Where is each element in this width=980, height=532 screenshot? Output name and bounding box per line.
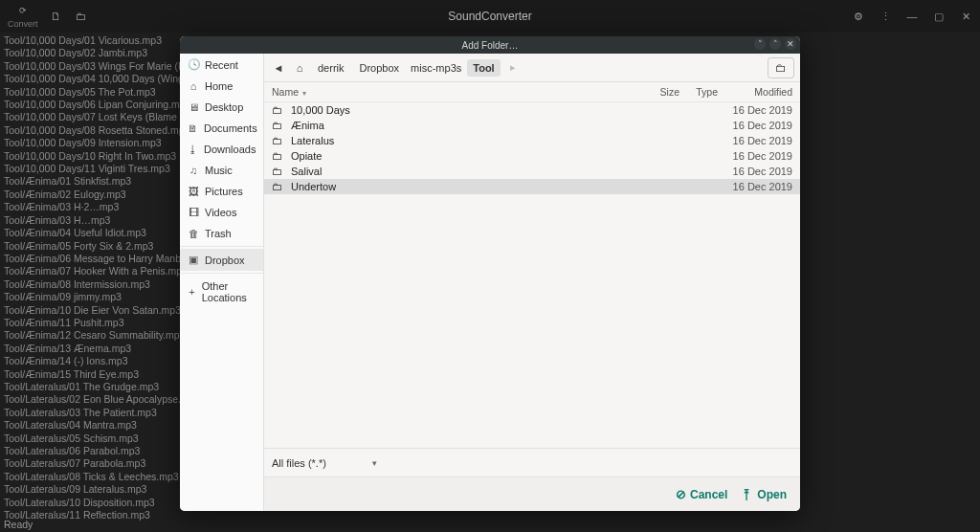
folder-row[interactable]: 🗀Ænima16 Dec 2019 [264, 118, 800, 133]
crumb-user[interactable]: derrik [312, 59, 350, 77]
col-name[interactable]: Name [272, 86, 299, 98]
file-filter-label: All files (*.*) [272, 457, 326, 469]
sidebar-item-label: Trash [205, 228, 232, 239]
place-icon: 🗎 [188, 122, 198, 134]
file-main-pane: ◄ ⌂ derrik Dropboxmisc-mp3sTool ▸ 🗀 Name… [264, 54, 800, 511]
dialog-minimize-icon[interactable]: ˅ [754, 38, 766, 50]
place-icon: ⭳ [188, 144, 198, 155]
sidebar-item-videos[interactable]: 🎞Videos [180, 202, 263, 223]
folder-icon: 🗀 [272, 135, 285, 146]
folder-modified: 16 Dec 2019 [718, 104, 792, 116]
cancel-button[interactable]: ⊘ Cancel [676, 487, 727, 501]
status-bar: Ready [4, 519, 33, 530]
sidebar-item-trash[interactable]: 🗑Trash [180, 223, 263, 244]
nav-back-icon[interactable]: ◄ [270, 58, 287, 78]
sidebar-item-label: Videos [205, 207, 236, 218]
chevron-down-icon: ▾ [372, 458, 377, 468]
menu-icon[interactable]: ⋮ [879, 10, 892, 23]
dialog-close-icon[interactable]: ✕ [785, 38, 796, 50]
sidebar-item-label: Other Locations [202, 280, 256, 303]
settings-icon[interactable]: ⚙ [852, 10, 865, 23]
folder-row[interactable]: 🗀Undertow16 Dec 2019 [264, 179, 800, 194]
sidebar-item-music[interactable]: ♫Music [180, 160, 263, 181]
new-folder-button[interactable]: 🗀 [768, 57, 794, 78]
sidebar-item-label: Home [205, 80, 233, 92]
place-icon: 🎞 [188, 207, 199, 218]
place-icon: 🖼 [188, 186, 199, 197]
folder-modified: 16 Dec 2019 [718, 150, 792, 162]
plus-icon: + [188, 286, 196, 298]
dialog-title-text: Add Folder… [462, 40, 519, 51]
column-headers[interactable]: Name▾ Size Type Modified [264, 82, 800, 102]
dialog-titlebar: Add Folder… ˅ ˄ ✕ [180, 36, 800, 54]
folder-icon: 🗀 [272, 166, 285, 177]
open-label: Open [757, 488, 787, 501]
folder-modified: 16 Dec 2019 [718, 166, 792, 177]
sidebar-item-label: Music [205, 165, 233, 176]
sidebar-item-home[interactable]: ⌂Home [180, 76, 263, 97]
folder-name: Opiate [291, 150, 641, 162]
sidebar-item-label: Downloads [204, 144, 256, 155]
breadcrumb-tool[interactable]: Tool [467, 59, 500, 77]
sidebar-item-pictures[interactable]: 🖼Pictures [180, 181, 263, 202]
nav-forward-icon[interactable]: ▸ [504, 58, 522, 78]
convert-label: Convert [8, 19, 38, 29]
add-folder-icon[interactable]: 🗀 [75, 10, 88, 23]
sidebar-item-label: Recent [205, 59, 238, 71]
folder-icon: 🗀 [272, 150, 285, 162]
sidebar-item-documents[interactable]: 🗎Documents [180, 118, 263, 139]
file-filter-combo[interactable]: All files (*.*) ▾ [272, 457, 377, 469]
folder-row[interactable]: 🗀Lateralus16 Dec 2019 [264, 133, 800, 148]
folder-icon: 🗀 [272, 104, 285, 116]
places-sidebar: 🕓Recent⌂Home🖥Desktop🗎Documents⭳Downloads… [180, 54, 264, 511]
folder-row[interactable]: 🗀10,000 Days16 Dec 2019 [264, 102, 800, 118]
bg-file-item[interactable]: Tool/Lateralus/11 Reflection.mp3 [0, 509, 980, 521]
sidebar-item-recent[interactable]: 🕓Recent [180, 54, 263, 76]
dialog-actions: ⊘ Cancel ⭱ Open [264, 477, 800, 511]
sort-indicator-icon: ▾ [302, 89, 306, 98]
place-icon: 🖥 [188, 101, 199, 113]
folder-name: Salival [291, 166, 641, 177]
sidebar-item-downloads[interactable]: ⭳Downloads [180, 139, 263, 160]
place-icon: ⌂ [188, 80, 199, 92]
minimize-icon[interactable]: — [905, 10, 919, 23]
col-modified[interactable]: Modified [718, 86, 792, 98]
filter-row: All files (*.*) ▾ [264, 448, 800, 477]
add-file-icon[interactable]: 🗋 [50, 10, 63, 23]
sidebar-item-label: Desktop [205, 101, 243, 113]
path-bar: ◄ ⌂ derrik Dropboxmisc-mp3sTool ▸ 🗀 [264, 54, 800, 82]
open-button[interactable]: ⭱ Open [741, 487, 787, 501]
sidebar-item-label: Dropbox [205, 255, 245, 266]
open-icon: ⭱ [741, 487, 753, 501]
breadcrumb-misc-mp3s[interactable]: misc-mp3s [405, 59, 467, 77]
convert-button[interactable]: ⟳ Convert [8, 4, 38, 29]
sidebar-item-desktop[interactable]: 🖥Desktop [180, 97, 263, 118]
place-icon: 🗑 [188, 228, 199, 239]
sidebar-item-other-locations[interactable]: +Other Locations [180, 276, 263, 308]
close-window-icon[interactable]: ✕ [959, 10, 972, 23]
folder-name: Lateralus [291, 135, 641, 146]
dropbox-icon: ▣ [188, 254, 199, 266]
place-icon: ♫ [188, 165, 199, 176]
folder-row[interactable]: 🗀Opiate16 Dec 2019 [264, 148, 800, 164]
app-toolbar: ⟳ Convert 🗋 🗀 SoundConverter ⚙ ⋮ — ▢ ✕ [0, 0, 980, 33]
folder-row[interactable]: 🗀Salival16 Dec 2019 [264, 164, 800, 179]
cancel-label: Cancel [690, 488, 727, 501]
dialog-maximize-icon[interactable]: ˄ [769, 38, 781, 50]
file-list[interactable]: 🗀10,000 Days16 Dec 2019🗀Ænima16 Dec 2019… [264, 102, 800, 448]
home-icon[interactable]: ⌂ [291, 58, 308, 78]
maximize-icon[interactable]: ▢ [932, 10, 946, 23]
folder-modified: 16 Dec 2019 [718, 135, 792, 146]
col-type[interactable]: Type [679, 86, 718, 98]
folder-icon: 🗀 [272, 120, 285, 131]
app-title: SoundConverter [448, 10, 531, 23]
folder-name: 10,000 Days [291, 104, 641, 116]
breadcrumb-dropbox[interactable]: Dropbox [354, 59, 406, 77]
sidebar-item-label: Pictures [205, 186, 243, 197]
place-icon: 🕓 [188, 58, 199, 71]
folder-modified: 16 Dec 2019 [718, 120, 792, 131]
sidebar-item-label: Documents [204, 122, 257, 134]
folder-name: Ænima [291, 120, 641, 131]
col-size[interactable]: Size [641, 86, 679, 98]
sidebar-item-dropbox[interactable]: ▣Dropbox [180, 249, 263, 271]
